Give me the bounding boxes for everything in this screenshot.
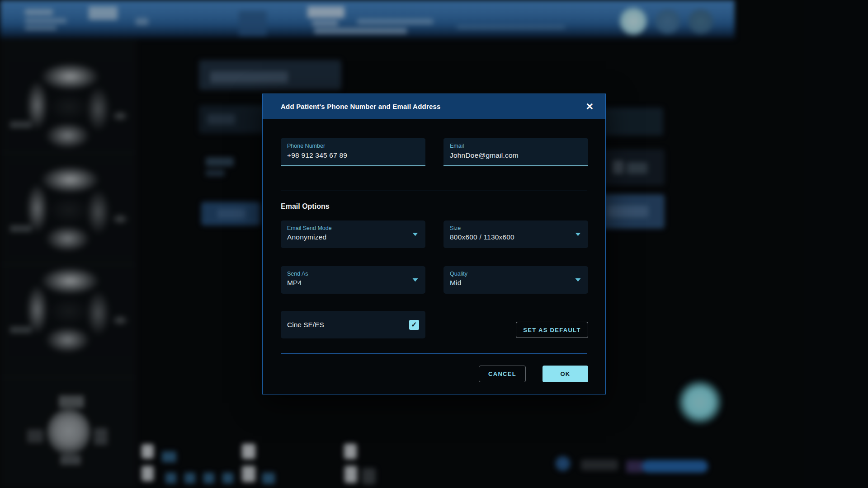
chevron-down-icon: ▼ (574, 230, 583, 237)
chevron-down-icon: ▼ (574, 276, 583, 282)
dialog-title: Add Patient's Phone Number and Email Add… (281, 103, 441, 110)
size-label: Size (450, 225, 582, 231)
email-send-mode-label: Email Send Mode (287, 225, 419, 231)
email-options-heading: Email Options (281, 202, 330, 211)
phone-number-field[interactable]: Phone Number +98 912 345 67 89 (281, 138, 425, 166)
cancel-button[interactable]: CANCEL (479, 366, 526, 382)
email-value: JohnDoe@gmail.com (450, 151, 582, 160)
ok-button[interactable]: OK (542, 366, 588, 382)
send-as-dropdown[interactable]: Send As MP4 ▼ (281, 266, 425, 294)
cine-se-es-row: Cine SE/ES ✓ (281, 311, 425, 338)
send-as-value: MP4 (287, 279, 419, 287)
chevron-down-icon: ▼ (411, 230, 420, 237)
size-value: 800x600 / 1130x600 (450, 233, 582, 241)
email-label: Email (450, 143, 582, 149)
quality-dropdown[interactable]: Quality Mid ▼ (443, 266, 588, 294)
set-as-default-button[interactable]: SET AS DEFAULT (516, 322, 588, 338)
dialog-title-bar: Add Patient's Phone Number and Email Add… (263, 94, 605, 119)
cine-se-es-checkbox[interactable]: ✓ (409, 320, 419, 330)
phone-number-value: +98 912 345 67 89 (287, 151, 419, 160)
email-field[interactable]: Email JohnDoe@gmail.com (443, 138, 588, 166)
quality-value: Mid (450, 279, 582, 287)
cine-se-es-label: Cine SE/ES (287, 321, 324, 329)
quality-label: Quality (450, 271, 582, 277)
chevron-down-icon: ▼ (411, 276, 420, 282)
close-icon[interactable]: ✕ (585, 102, 594, 111)
add-contact-dialog: Add Patient's Phone Number and Email Add… (262, 94, 606, 394)
size-dropdown[interactable]: Size 800x600 / 1130x600 ▼ (443, 221, 588, 248)
checkmark-icon: ✓ (411, 320, 417, 329)
phone-number-label: Phone Number (287, 143, 419, 149)
footer-divider (281, 353, 587, 354)
email-send-mode-value: Anonymized (287, 233, 419, 241)
section-divider (281, 191, 587, 191)
email-send-mode-dropdown[interactable]: Email Send Mode Anonymized ▼ (281, 221, 425, 248)
send-as-label: Send As (287, 271, 419, 277)
